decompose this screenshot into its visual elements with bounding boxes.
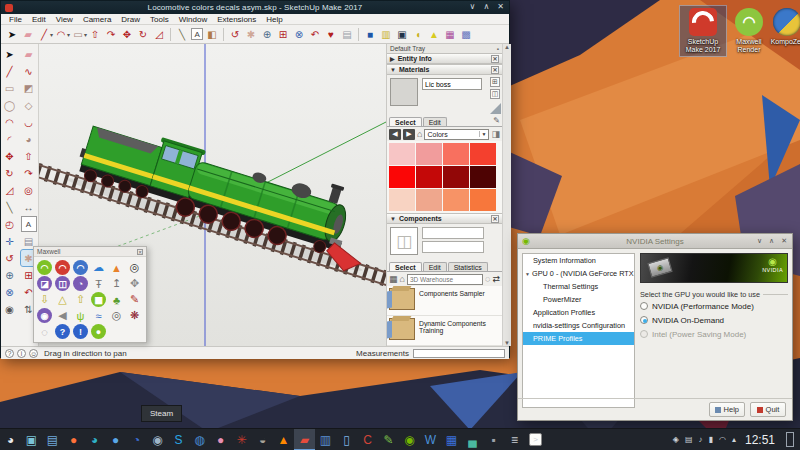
radio-nvidia-on-demand[interactable]: NVIDIA On-Demand <box>640 313 788 327</box>
help-button[interactable]: Help <box>709 402 745 417</box>
orbit-tool[interactable]: ↺ <box>2 250 18 266</box>
maxwell-sign-arrow-icon[interactable]: ↥ <box>109 276 124 291</box>
radio-icon[interactable] <box>640 302 648 310</box>
menu-extensions[interactable]: Extensions <box>212 15 261 24</box>
close-icon[interactable]: ✕ <box>137 249 143 255</box>
entity-info-header[interactable]: ▶ Entity Info ✕ <box>387 53 502 64</box>
color-swatch[interactable] <box>443 143 469 165</box>
maxwell-render-icon[interactable]: ■ <box>363 27 377 42</box>
taskbar-skype[interactable]: S <box>168 429 189 450</box>
taskbar-app-pink[interactable]: ● <box>210 429 231 450</box>
measurements-input[interactable] <box>413 349 505 358</box>
rotate-tool[interactable]: ↻ <box>2 165 18 181</box>
nav-application-profiles[interactable]: Application Profiles <box>523 306 634 319</box>
volume-icon[interactable]: ♪ <box>699 435 703 444</box>
minimize-button[interactable]: ∨ <box>470 2 476 11</box>
taskbar-vlc[interactable]: ▲ <box>273 429 294 450</box>
maxwell-grass-icon[interactable]: ψ <box>73 308 88 323</box>
secondary-pane-icon[interactable]: ◫ <box>490 89 500 99</box>
maxwell-fire-icon[interactable]: ▲ <box>109 260 124 275</box>
tab-select[interactable]: Select <box>389 262 422 271</box>
materials-header[interactable]: ▼ Materials ✕ <box>387 64 502 75</box>
maxwell-lens-icon[interactable]: ◖ <box>411 27 425 42</box>
taskbar-red-star[interactable]: ✳ <box>231 429 252 450</box>
menu-draw[interactable]: Draw <box>116 15 145 24</box>
taskbar-editor-green[interactable]: ✎ <box>378 429 399 450</box>
nav-nvidia-settings-configuration[interactable]: nvidia-settings Configuration <box>523 319 634 332</box>
clipboard-icon[interactable]: ▤ <box>685 435 693 444</box>
component-item[interactable]: Dynamic Components Training <box>387 316 502 346</box>
color-swatch[interactable] <box>443 189 469 211</box>
three-point-arc-tool[interactable]: ◜ <box>2 131 18 147</box>
position-camera-tool[interactable]: ◉ <box>2 301 18 317</box>
nav-system-information[interactable]: System Information <box>523 254 634 267</box>
taskbar-briefcase[interactable]: ▦ <box>441 429 462 450</box>
dropdown-arrow-icon[interactable]: ▾ <box>50 31 53 38</box>
color-swatch[interactable] <box>416 166 442 188</box>
nav-prime-profiles[interactable]: PRIME Profiles <box>523 332 634 345</box>
move-tool[interactable]: ✥ <box>2 148 18 164</box>
radio-icon[interactable] <box>640 316 648 324</box>
maxwell-material-icon[interactable]: ▥ <box>379 27 393 42</box>
colors-dropdown[interactable]: Colors ▼ <box>424 129 489 140</box>
maxwell-cluster-icon[interactable]: ❋ <box>127 308 142 323</box>
maxwell-tree-icon[interactable]: ♣ <box>109 292 124 307</box>
color-swatch[interactable] <box>470 189 496 211</box>
maxwell-export-icon[interactable]: ◪ <box>37 276 52 291</box>
material-name-field[interactable] <box>422 78 482 90</box>
protractor-tool[interactable]: ◴ <box>2 216 18 232</box>
color-swatch[interactable] <box>416 189 442 211</box>
arc-tool[interactable]: ◠ <box>2 114 18 130</box>
dropdown-arrow-icon[interactable]: ▾ <box>67 31 70 38</box>
maxwell-warning-icon[interactable]: △ <box>55 292 70 307</box>
tray-scrollbar[interactable]: ▲▼ <box>502 44 511 346</box>
taskbar-app-launcher[interactable]: ◕ <box>0 429 21 450</box>
two-point-arc-tool[interactable]: ◡ <box>21 114 37 130</box>
minimize-button[interactable]: ∨ <box>757 237 762 245</box>
maxwell-pen-icon[interactable]: ✎ <box>127 292 142 307</box>
maxwell-select-icon[interactable]: ◌ <box>37 324 52 339</box>
swap-icon[interactable]: ⇄ <box>492 274 500 284</box>
info-icon[interactable]: i <box>17 349 26 358</box>
maxwell-disc-icon[interactable]: ◉ <box>37 308 52 323</box>
taskbar-system-monitor[interactable]: ▄ <box>462 429 483 450</box>
menu-camera[interactable]: Camera <box>78 15 116 24</box>
zoom-window-tool[interactable]: ⊞ <box>276 27 290 42</box>
rectangle-tool[interactable]: ▭ <box>71 27 85 42</box>
color-swatch[interactable] <box>389 166 415 188</box>
pan-tool[interactable]: ✱ <box>244 27 258 42</box>
push-pull-tool[interactable]: ⇧ <box>88 27 102 42</box>
radio-intel-power-saving-mode-[interactable]: Intel (Power Saving Mode) <box>640 327 788 341</box>
close-panel-icon[interactable]: ✕ <box>491 55 499 63</box>
taskbar-steam[interactable]: ◉ <box>147 429 168 450</box>
maximize-button[interactable]: ∧ <box>769 237 774 245</box>
color-swatch[interactable] <box>443 166 469 188</box>
maximize-button[interactable]: ∧ <box>483 2 489 11</box>
eraser-tool[interactable]: ▰ <box>21 46 37 62</box>
maxwell-emitter-icon[interactable]: ▲ <box>427 27 441 42</box>
line-tool[interactable]: ╱ <box>37 27 51 42</box>
caret-up-icon[interactable]: ▴ <box>732 435 736 444</box>
scroll-up-icon[interactable]: ▲ <box>504 44 510 50</box>
taskbar-terminal[interactable]: > <box>525 429 546 450</box>
desktop-icon-kompozer[interactable]: KompoZer <box>764 6 800 48</box>
menu-window[interactable]: Window <box>174 15 212 24</box>
dimension-tool[interactable]: ↔ <box>21 199 37 215</box>
maxwell-sea-icon[interactable]: ≈ <box>91 308 106 323</box>
rotated-rectangle-tool[interactable]: ◩ <box>21 80 37 96</box>
maxwell-sphere-icon[interactable]: ● <box>91 324 106 339</box>
taskbar-amule[interactable]: ◍ <box>189 429 210 450</box>
taskbar-maxwell-studio[interactable]: ▥ <box>315 429 336 450</box>
zoom-tool[interactable]: ⊕ <box>260 27 274 42</box>
circle-tool[interactable]: ◯ <box>2 97 18 113</box>
follow-me-tool[interactable]: ↷ <box>104 27 118 42</box>
dropdown-arrow-icon[interactable]: ▾ <box>84 31 87 38</box>
taskbar-waterfox[interactable]: ◔ <box>126 429 147 450</box>
show-desktop-button[interactable] <box>786 432 794 447</box>
menu-file[interactable]: File <box>4 15 27 24</box>
pie-tool[interactable]: ◕ <box>21 131 37 147</box>
radio-icon[interactable] <box>640 330 648 338</box>
taskbar-sketchup[interactable]: ▰ <box>294 429 315 450</box>
component-name-fields[interactable] <box>422 227 484 255</box>
maxwell-about-icon[interactable]: ! <box>73 324 88 339</box>
